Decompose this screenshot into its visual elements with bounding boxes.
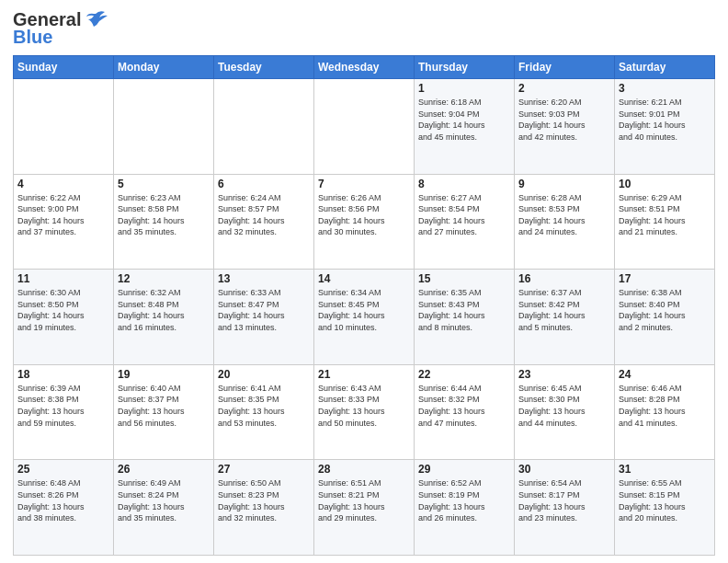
page-header: General Blue bbox=[13, 9, 715, 48]
day-number: 12 bbox=[118, 272, 210, 285]
calendar-cell: 28Sunrise: 6:51 AM Sunset: 8:21 PM Dayli… bbox=[314, 460, 415, 556]
calendar-week-2: 4Sunrise: 6:22 AM Sunset: 9:00 PM Daylig… bbox=[14, 174, 715, 270]
day-number: 27 bbox=[218, 463, 310, 476]
day-info: Sunrise: 6:49 AM Sunset: 8:24 PM Dayligh… bbox=[118, 477, 210, 523]
day-info: Sunrise: 6:22 AM Sunset: 9:00 PM Dayligh… bbox=[17, 192, 109, 238]
day-info: Sunrise: 6:39 AM Sunset: 8:38 PM Dayligh… bbox=[17, 383, 109, 429]
day-number: 24 bbox=[619, 368, 711, 381]
day-number: 3 bbox=[619, 82, 711, 95]
calendar-cell: 1Sunrise: 6:18 AM Sunset: 9:04 PM Daylig… bbox=[415, 79, 515, 175]
day-info: Sunrise: 6:50 AM Sunset: 8:23 PM Dayligh… bbox=[218, 477, 310, 523]
day-info: Sunrise: 6:32 AM Sunset: 8:48 PM Dayligh… bbox=[118, 287, 210, 333]
calendar-table: SundayMondayTuesdayWednesdayThursdayFrid… bbox=[13, 55, 715, 556]
day-number: 18 bbox=[17, 368, 109, 381]
weekday-header-sunday: Sunday bbox=[14, 56, 114, 79]
day-info: Sunrise: 6:48 AM Sunset: 8:26 PM Dayligh… bbox=[17, 477, 109, 523]
calendar-cell bbox=[14, 79, 114, 175]
day-number: 31 bbox=[619, 463, 711, 476]
calendar-cell bbox=[114, 79, 214, 175]
day-number: 14 bbox=[318, 272, 410, 285]
day-info: Sunrise: 6:28 AM Sunset: 8:53 PM Dayligh… bbox=[518, 192, 610, 238]
day-number: 28 bbox=[318, 463, 410, 476]
day-number: 23 bbox=[518, 368, 610, 381]
day-number: 25 bbox=[17, 463, 109, 476]
day-info: Sunrise: 6:41 AM Sunset: 8:35 PM Dayligh… bbox=[218, 383, 310, 429]
calendar-cell: 2Sunrise: 6:20 AM Sunset: 9:03 PM Daylig… bbox=[515, 79, 615, 175]
calendar-cell bbox=[214, 79, 314, 175]
calendar-cell: 30Sunrise: 6:54 AM Sunset: 8:17 PM Dayli… bbox=[515, 460, 615, 556]
calendar-cell: 25Sunrise: 6:48 AM Sunset: 8:26 PM Dayli… bbox=[14, 460, 114, 556]
logo: General Blue bbox=[13, 9, 108, 48]
day-number: 15 bbox=[418, 272, 510, 285]
day-info: Sunrise: 6:27 AM Sunset: 8:54 PM Dayligh… bbox=[418, 192, 510, 238]
calendar-cell: 13Sunrise: 6:33 AM Sunset: 8:47 PM Dayli… bbox=[214, 270, 314, 365]
calendar-cell: 12Sunrise: 6:32 AM Sunset: 8:48 PM Dayli… bbox=[114, 270, 214, 365]
calendar-cell: 19Sunrise: 6:40 AM Sunset: 8:37 PM Dayli… bbox=[114, 364, 214, 460]
calendar-cell: 6Sunrise: 6:24 AM Sunset: 8:57 PM Daylig… bbox=[214, 174, 314, 270]
calendar-cell: 22Sunrise: 6:44 AM Sunset: 8:32 PM Dayli… bbox=[415, 364, 515, 460]
day-info: Sunrise: 6:35 AM Sunset: 8:43 PM Dayligh… bbox=[418, 287, 510, 333]
calendar-cell: 15Sunrise: 6:35 AM Sunset: 8:43 PM Dayli… bbox=[415, 270, 515, 365]
day-info: Sunrise: 6:43 AM Sunset: 8:33 PM Dayligh… bbox=[318, 383, 410, 429]
day-number: 26 bbox=[118, 463, 210, 476]
calendar-cell: 21Sunrise: 6:43 AM Sunset: 8:33 PM Dayli… bbox=[314, 364, 415, 460]
calendar-week-4: 18Sunrise: 6:39 AM Sunset: 8:38 PM Dayli… bbox=[14, 364, 715, 460]
calendar-week-1: 1Sunrise: 6:18 AM Sunset: 9:04 PM Daylig… bbox=[14, 79, 715, 175]
day-info: Sunrise: 6:30 AM Sunset: 8:50 PM Dayligh… bbox=[17, 287, 109, 333]
day-number: 22 bbox=[418, 368, 510, 381]
day-info: Sunrise: 6:38 AM Sunset: 8:40 PM Dayligh… bbox=[619, 287, 711, 333]
page-container: General Blue SundayMondayTuesdayWednesda… bbox=[0, 0, 728, 563]
calendar-cell: 27Sunrise: 6:50 AM Sunset: 8:23 PM Dayli… bbox=[214, 460, 314, 556]
calendar-cell: 10Sunrise: 6:29 AM Sunset: 8:51 PM Dayli… bbox=[615, 174, 715, 270]
day-info: Sunrise: 6:37 AM Sunset: 8:42 PM Dayligh… bbox=[518, 287, 610, 333]
calendar-week-3: 11Sunrise: 6:30 AM Sunset: 8:50 PM Dayli… bbox=[14, 270, 715, 365]
day-info: Sunrise: 6:45 AM Sunset: 8:30 PM Dayligh… bbox=[518, 383, 610, 429]
calendar-cell: 5Sunrise: 6:23 AM Sunset: 8:58 PM Daylig… bbox=[114, 174, 214, 270]
day-number: 1 bbox=[418, 82, 510, 95]
calendar-header-row: SundayMondayTuesdayWednesdayThursdayFrid… bbox=[14, 56, 715, 79]
calendar-cell: 14Sunrise: 6:34 AM Sunset: 8:45 PM Dayli… bbox=[314, 270, 415, 365]
calendar-cell bbox=[314, 79, 415, 175]
day-info: Sunrise: 6:40 AM Sunset: 8:37 PM Dayligh… bbox=[118, 383, 210, 429]
day-info: Sunrise: 6:46 AM Sunset: 8:28 PM Dayligh… bbox=[619, 383, 711, 429]
calendar-cell: 16Sunrise: 6:37 AM Sunset: 8:42 PM Dayli… bbox=[515, 270, 615, 365]
day-number: 11 bbox=[17, 272, 109, 285]
calendar-cell: 8Sunrise: 6:27 AM Sunset: 8:54 PM Daylig… bbox=[415, 174, 515, 270]
weekday-header-tuesday: Tuesday bbox=[214, 56, 314, 79]
calendar-cell: 9Sunrise: 6:28 AM Sunset: 8:53 PM Daylig… bbox=[515, 174, 615, 270]
day-info: Sunrise: 6:52 AM Sunset: 8:19 PM Dayligh… bbox=[418, 477, 510, 523]
calendar-cell: 23Sunrise: 6:45 AM Sunset: 8:30 PM Dayli… bbox=[515, 364, 615, 460]
calendar-cell: 17Sunrise: 6:38 AM Sunset: 8:40 PM Dayli… bbox=[615, 270, 715, 365]
calendar-cell: 31Sunrise: 6:55 AM Sunset: 8:15 PM Dayli… bbox=[615, 460, 715, 556]
calendar-cell: 4Sunrise: 6:22 AM Sunset: 9:00 PM Daylig… bbox=[14, 174, 114, 270]
weekday-header-monday: Monday bbox=[114, 56, 214, 79]
logo-blue-text: Blue bbox=[13, 27, 52, 48]
day-number: 29 bbox=[418, 463, 510, 476]
day-info: Sunrise: 6:29 AM Sunset: 8:51 PM Dayligh… bbox=[619, 192, 711, 238]
day-info: Sunrise: 6:23 AM Sunset: 8:58 PM Dayligh… bbox=[118, 192, 210, 238]
day-info: Sunrise: 6:24 AM Sunset: 8:57 PM Dayligh… bbox=[218, 192, 310, 238]
logo-bird-icon bbox=[83, 10, 108, 30]
day-number: 7 bbox=[318, 178, 410, 190]
day-number: 30 bbox=[518, 463, 610, 476]
calendar-cell: 24Sunrise: 6:46 AM Sunset: 8:28 PM Dayli… bbox=[615, 364, 715, 460]
day-number: 16 bbox=[518, 272, 610, 285]
calendar-week-5: 25Sunrise: 6:48 AM Sunset: 8:26 PM Dayli… bbox=[14, 460, 715, 556]
calendar-cell: 11Sunrise: 6:30 AM Sunset: 8:50 PM Dayli… bbox=[14, 270, 114, 365]
day-number: 10 bbox=[619, 178, 711, 190]
day-number: 6 bbox=[218, 178, 310, 190]
calendar-cell: 7Sunrise: 6:26 AM Sunset: 8:56 PM Daylig… bbox=[314, 174, 415, 270]
day-info: Sunrise: 6:18 AM Sunset: 9:04 PM Dayligh… bbox=[418, 97, 510, 143]
day-number: 21 bbox=[318, 368, 410, 381]
day-info: Sunrise: 6:44 AM Sunset: 8:32 PM Dayligh… bbox=[418, 383, 510, 429]
day-info: Sunrise: 6:26 AM Sunset: 8:56 PM Dayligh… bbox=[318, 192, 410, 238]
day-number: 8 bbox=[418, 178, 510, 190]
day-info: Sunrise: 6:54 AM Sunset: 8:17 PM Dayligh… bbox=[518, 477, 610, 523]
day-number: 20 bbox=[218, 368, 310, 381]
day-number: 17 bbox=[619, 272, 711, 285]
weekday-header-friday: Friday bbox=[515, 56, 615, 79]
day-number: 13 bbox=[218, 272, 310, 285]
day-number: 9 bbox=[518, 178, 610, 190]
day-info: Sunrise: 6:21 AM Sunset: 9:01 PM Dayligh… bbox=[619, 97, 711, 143]
calendar-cell: 20Sunrise: 6:41 AM Sunset: 8:35 PM Dayli… bbox=[214, 364, 314, 460]
